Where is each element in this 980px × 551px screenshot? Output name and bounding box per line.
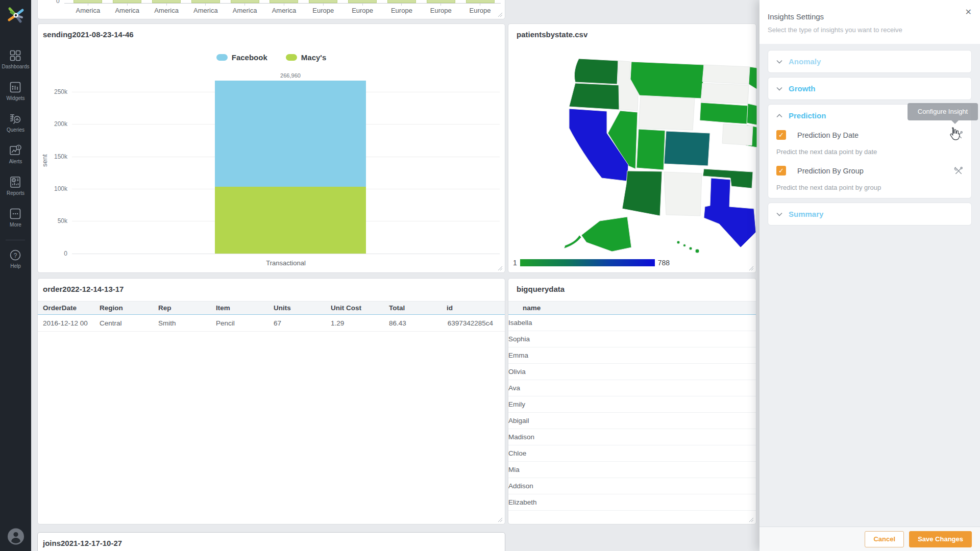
help-icon: ? <box>9 248 22 262</box>
widget-top-chart[interactable]: 0 America America America America Americ… <box>37 0 505 19</box>
widget-title: patientsbystate.csv <box>517 30 587 39</box>
option-prediction-by-group: ✓ Prediction By Group <box>776 166 963 176</box>
column-header[interactable]: Total <box>388 304 446 312</box>
cell-name: Abigail <box>508 417 529 424</box>
resize-handle-icon[interactable] <box>498 266 503 271</box>
close-icon[interactable]: ✕ <box>965 7 972 17</box>
cell-name: Isabella <box>508 319 532 327</box>
column-header[interactable]: OrderDate <box>42 304 99 312</box>
column-header[interactable]: Item <box>215 304 273 312</box>
legend-label: Facebook <box>232 53 267 62</box>
column-header[interactable]: Region <box>99 304 157 312</box>
section-label: Summary <box>789 210 823 218</box>
top-chart-column: America <box>147 0 186 19</box>
section-anomaly-header[interactable]: Anomaly <box>776 57 963 66</box>
column-header[interactable]: Unit Cost <box>330 304 388 312</box>
resize-handle-icon[interactable] <box>749 266 754 271</box>
app-root: Dashboards Widgets Queries <box>0 0 980 551</box>
bigquery-table: name Isabella Sophia Emma Olivia Ava Emi… <box>508 301 756 511</box>
widget-bigquery-table[interactable]: bigquerydata name Isabella Sophia Emma O… <box>508 278 756 524</box>
section-growth-header[interactable]: Growth <box>776 84 963 93</box>
stacked-bar-transactional[interactable] <box>215 81 366 254</box>
sidebar-item-more[interactable]: More <box>9 207 22 228</box>
top-chart-columns: America America America America America … <box>68 0 500 19</box>
table-row: Olivia <box>508 364 756 380</box>
sidebar-label: Alerts <box>9 159 22 164</box>
user-avatar[interactable] <box>7 528 24 545</box>
cancel-button[interactable]: Cancel <box>865 531 904 547</box>
widget-title: bigquerydata <box>517 285 565 293</box>
table-row: Emma <box>508 347 756 364</box>
resize-handle-icon[interactable] <box>498 517 503 522</box>
column-header[interactable]: Rep <box>157 304 215 312</box>
widget-patients-map[interactable]: patientsbystate.csv <box>508 23 756 273</box>
reports-icon <box>9 176 22 189</box>
section-anomaly: Anomaly <box>768 50 972 73</box>
top-chart-column: America <box>225 0 264 19</box>
checkbox-prediction-by-date[interactable]: ✓ <box>776 130 786 140</box>
sidebar-item-dashboards[interactable]: Dashboards <box>2 49 30 69</box>
section-growth: Growth <box>768 77 972 100</box>
cell-name: Emma <box>508 352 528 359</box>
x-axis-label: Europe <box>470 7 491 14</box>
cell-name: Olivia <box>508 368 526 375</box>
chevron-down-icon <box>776 60 782 64</box>
table-row: Chloe <box>508 445 756 462</box>
order-table: OrderDate Region Rep Item Units Unit Cos… <box>38 301 505 332</box>
column-header[interactable]: id <box>446 304 505 312</box>
save-changes-button[interactable]: Save Changes <box>909 531 972 547</box>
x-axis-label: America <box>115 7 139 14</box>
sidebar-item-queries[interactable]: Queries <box>7 112 24 133</box>
section-summary-header[interactable]: Summary <box>776 210 963 218</box>
widget-order-table[interactable]: order2022-12-14-13-17 OrderDate Region R… <box>37 278 505 524</box>
panel-header: Insights Settings Select the type of ins… <box>760 0 980 44</box>
option-label: Prediction By Group <box>797 167 954 175</box>
widget-sending-chart[interactable]: sending2021-08-23-14-46 Facebook Macy's … <box>37 23 505 273</box>
x-axis-label: Europe <box>312 7 334 14</box>
option-label: Prediction By Date <box>797 131 954 139</box>
sidebar-label: Widgets <box>6 95 24 101</box>
sidebar-item-alerts[interactable]: Alerts <box>9 144 22 164</box>
panel-footer: Cancel Save Changes <box>760 527 980 551</box>
y-tick: 200k <box>42 120 67 128</box>
sidebar: Dashboards Widgets Queries <box>0 0 31 551</box>
resize-handle-icon[interactable] <box>498 12 503 17</box>
bar-segment-macys[interactable] <box>215 187 366 254</box>
configure-tools-icon[interactable] <box>954 166 963 176</box>
cell-name: Mia <box>508 466 520 473</box>
sidebar-item-widgets[interactable]: Widgets <box>6 81 24 101</box>
cell-name: Addison <box>508 482 533 490</box>
x-axis-label: Europe <box>430 7 452 14</box>
widget-joins[interactable]: joins2021-12-17-10-27 <box>37 532 505 551</box>
table-row: 2016-12-12 00 Central Smith Pencil 67 1.… <box>38 315 505 332</box>
cell-item: Pencil <box>215 319 273 327</box>
top-chart-column: Europe <box>304 0 343 19</box>
sidebar-item-help[interactable]: ? Help <box>9 248 22 269</box>
column-header[interactable]: Units <box>273 304 330 312</box>
app-logo-icon[interactable] <box>5 4 27 27</box>
cell-units: 67 <box>273 319 330 327</box>
cell-name: Chloe <box>508 449 526 457</box>
section-label: Growth <box>789 84 816 93</box>
bar-segment-facebook[interactable] <box>215 81 366 187</box>
svg-text:?: ? <box>14 252 17 259</box>
top-chart-zero-tick: 0 <box>56 0 60 5</box>
chevron-down-icon <box>776 212 782 216</box>
resize-handle-icon[interactable] <box>749 517 754 522</box>
chevron-up-icon <box>776 114 782 118</box>
cell-name: Madison <box>508 433 534 441</box>
table-row: Mia <box>508 462 756 478</box>
legend-item-macys[interactable]: Macy's <box>286 53 326 62</box>
checkbox-prediction-by-group[interactable]: ✓ <box>776 166 786 176</box>
cell-rep: Smith <box>157 319 215 327</box>
legend-item-facebook[interactable]: Facebook <box>216 53 267 62</box>
x-axis-label: America <box>272 7 297 14</box>
top-chart-column: Europe <box>421 0 460 19</box>
legend-label: Macy's <box>301 53 326 62</box>
x-axis-label: Europe <box>352 7 373 14</box>
sidebar-item-reports[interactable]: Reports <box>7 176 24 196</box>
table-header-row: OrderDate Region Rep Item Units Unit Cos… <box>38 301 505 315</box>
queries-icon <box>9 112 22 126</box>
legend-swatch-macys <box>286 54 297 61</box>
column-header[interactable]: name <box>522 304 756 312</box>
